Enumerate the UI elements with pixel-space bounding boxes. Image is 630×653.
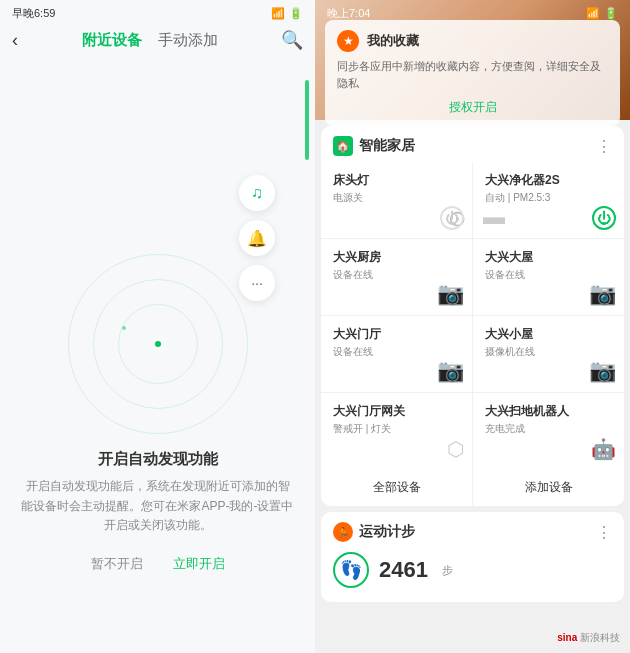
section-header-left: 🏠 智能家居 (333, 136, 415, 156)
exercise-title: 运动计步 (359, 523, 415, 541)
discover-title: 开启自动发现功能 (20, 450, 295, 469)
section-footer: 全部设备 添加设备 (321, 469, 624, 506)
radar-center-dot (155, 341, 161, 347)
time-right: 晚上7:04 (327, 6, 370, 21)
collections-desc: 同步各应用中新增的收藏内容，方便查阅，详细安全及隐私 (337, 58, 608, 91)
steps-row: 👣 2461 步 (321, 548, 624, 592)
radar-container (68, 254, 248, 434)
device-card-bigroom[interactable]: 大兴大屋 设备在线 📷 (473, 239, 624, 315)
right-panel: 晚上7:04 📶 🔋 ★ 我的收藏 同步各应用中新增的收藏内容，方便查阅，详细安… (315, 0, 630, 653)
collections-card: ★ 我的收藏 同步各应用中新增的收藏内容，方便查阅，详细安全及隐私 授权开启 (325, 20, 620, 126)
device-card-kitchen[interactable]: 大兴厨房 设备在线 📷 (321, 239, 472, 315)
gateway-icon: ⬡ (447, 437, 464, 461)
device-status-hall: 设备在线 (333, 345, 460, 359)
device-card-purifier[interactable]: 大兴净化器2S 自动 | PM2.5:3 ▬ ⏻ (473, 162, 624, 238)
sina-logo: sina (557, 632, 577, 643)
open-discover-button[interactable]: 立即开启 (173, 555, 225, 573)
more-options-icon[interactable]: ··· (239, 265, 275, 301)
collections-title: 我的收藏 (367, 32, 419, 50)
discover-section: 开启自动发现功能 开启自动发现功能后，系统在发现附近可添加的智能设备时会主动提醒… (0, 450, 315, 573)
device-name-robot: 大兴扫地机器人 (485, 403, 612, 420)
star-icon: ★ (337, 30, 359, 52)
device-card-hall[interactable]: 大兴门厅 设备在线 📷 (321, 316, 472, 392)
left-panel: 早晚6:59 📶 🔋 ‹ 附近设备 手动添加 🔍 ♫ 🔔 ··· (0, 0, 315, 653)
status-bar-right: 晚上7:04 📶 🔋 (315, 0, 630, 25)
device-name-hall: 大兴门厅 (333, 326, 460, 343)
device-card-smallroom[interactable]: 大兴小屋 摄像机在线 📷 (473, 316, 624, 392)
device-status-gateway: 警戒开 | 灯关 (333, 422, 460, 436)
tab-manual[interactable]: 手动添加 (158, 31, 218, 50)
status-bar-left: 早晚6:59 📶 🔋 (0, 0, 315, 25)
foot-icon: 👣 (340, 559, 362, 581)
purifier-icon: ▬ (483, 204, 505, 229)
auth-button[interactable]: 授权开启 (337, 99, 608, 116)
camera-icon-bigroom: 📷 (589, 281, 616, 307)
robot-icon: 🤖 (591, 437, 616, 461)
exercise-section: 🏃 运动计步 ⋮ 👣 2461 步 (321, 512, 624, 602)
steps-count: 2461 (379, 557, 428, 583)
device-status-kitchen: 设备在线 (333, 268, 460, 282)
device-name-smallroom: 大兴小屋 (485, 326, 612, 343)
exercise-header-left: 🏃 运动计步 (333, 522, 415, 542)
all-devices-button[interactable]: 全部设备 (321, 469, 472, 506)
discover-buttons: 暂不开启 立即开启 (20, 555, 295, 573)
status-icons-left: 📶 🔋 (271, 7, 303, 20)
device-name-gateway: 大兴门厅网关 (333, 403, 460, 420)
device-status-bigroom: 设备在线 (485, 268, 612, 282)
nav-tabs: 附近设备 手动添加 (18, 31, 281, 50)
cancel-discover-button[interactable]: 暂不开启 (91, 555, 143, 573)
device-name-kitchen: 大兴厨房 (333, 249, 460, 266)
device-card-robot[interactable]: 大兴扫地机器人 充电完成 🤖 (473, 393, 624, 469)
search-icon[interactable]: 🔍 (281, 29, 303, 51)
status-icons-right: 📶 🔋 (586, 7, 618, 20)
sina-watermark: sina 新浪科技 (557, 631, 620, 645)
exercise-more-icon[interactable]: ⋮ (596, 523, 612, 542)
device-status-smallroom: 摄像机在线 (485, 345, 612, 359)
bell-icon[interactable]: 🔔 (239, 220, 275, 256)
discover-desc: 开启自动发现功能后，系统在发现附近可添加的智能设备时会主动提醒。您可在米家APP… (20, 477, 295, 535)
device-status-purifier: 自动 | PM2.5:3 (485, 191, 612, 205)
device-name-bigroom: 大兴大屋 (485, 249, 612, 266)
smart-home-title: 智能家居 (359, 137, 415, 155)
camera-icon-smallroom: 📷 (589, 358, 616, 384)
music-icon[interactable]: ♫ (239, 175, 275, 211)
devices-grid: 床头灯 电源关 ⊙ ⏻ 大兴净化器2S 自动 | PM2.5:3 ▬ ⏻ 大兴厨 (321, 162, 624, 469)
sina-text: 新浪科技 (580, 632, 620, 643)
device-name-purifier: 大兴净化器2S (485, 172, 612, 189)
device-status-robot: 充电完成 (485, 422, 612, 436)
camera-icon-kitchen: 📷 (437, 281, 464, 307)
home-icon: 🏠 (333, 136, 353, 156)
smart-home-header: 🏠 智能家居 ⋮ (321, 126, 624, 162)
radar-dot-1 (122, 326, 126, 330)
device-card-light[interactable]: 床头灯 电源关 ⊙ ⏻ (321, 162, 472, 238)
time-left: 早晚6:59 (12, 6, 55, 21)
camera-icon-hall: 📷 (437, 358, 464, 384)
scroll-content[interactable]: 🏠 智能家居 ⋮ 床头灯 电源关 ⊙ ⏻ 大兴净化器2S 自动 | PM2.5:… (315, 120, 630, 653)
steps-circle: 👣 (333, 552, 369, 588)
power-btn-purifier[interactable]: ⏻ (592, 206, 616, 230)
steps-unit: 步 (442, 563, 453, 578)
smart-home-more-icon[interactable]: ⋮ (596, 137, 612, 156)
device-status-light: 电源关 (333, 191, 460, 205)
add-device-button[interactable]: 添加设备 (473, 469, 624, 506)
exercise-header: 🏃 运动计步 ⋮ (321, 512, 624, 548)
tab-nearby[interactable]: 附近设备 (82, 31, 142, 50)
device-card-gateway[interactable]: 大兴门厅网关 警戒开 | 灯关 ⬡ (321, 393, 472, 469)
power-btn-light[interactable]: ⏻ (440, 206, 464, 230)
smart-home-section: 🏠 智能家居 ⋮ 床头灯 电源关 ⊙ ⏻ 大兴净化器2S 自动 | PM2.5:… (321, 126, 624, 506)
main-content-left: ♫ 🔔 ··· 开启自动发现功能 开启自动发现功能后，系统在发现附近可添加的智能… (0, 55, 315, 653)
run-icon: 🏃 (333, 522, 353, 542)
nav-bar-left: ‹ 附近设备 手动添加 🔍 (0, 25, 315, 55)
collections-header: ★ 我的收藏 (337, 30, 608, 52)
device-name-light: 床头灯 (333, 172, 460, 189)
